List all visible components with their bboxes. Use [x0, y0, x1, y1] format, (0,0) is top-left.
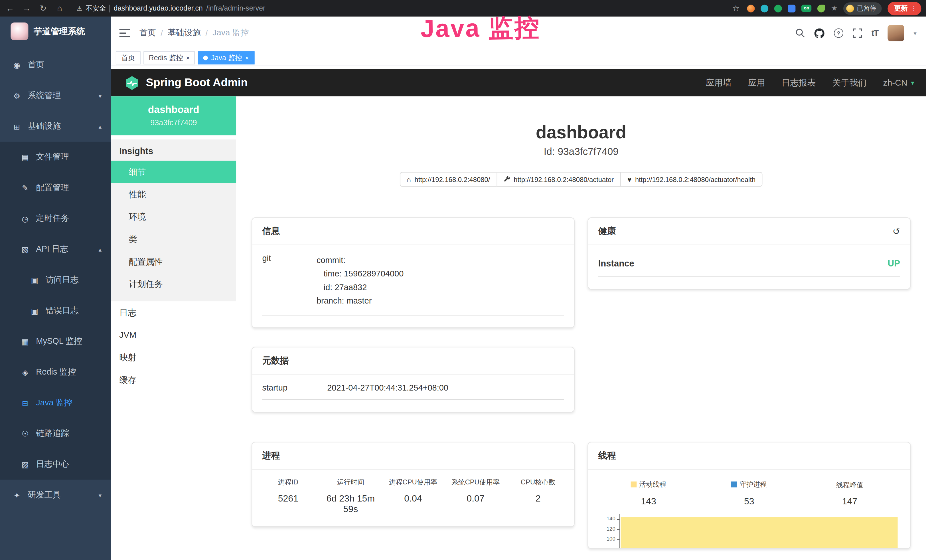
extension-leaf-icon[interactable]: [817, 5, 825, 12]
breadcrumb-section[interactable]: 基础设施: [168, 28, 201, 38]
wrench-icon: [504, 176, 510, 183]
sba-item-logs[interactable]: 日志: [111, 301, 236, 324]
sidebar-item-log-center[interactable]: ▨ 日志中心: [0, 449, 111, 480]
address-divider: [109, 5, 110, 12]
card-title: 信息: [262, 226, 280, 237]
search-icon[interactable]: [795, 28, 805, 38]
legend-value: 143: [598, 496, 699, 507]
tab-redis-monitor[interactable]: Redis 监控 ×: [144, 51, 195, 65]
sba-nav-wallboard[interactable]: 应用墙: [705, 77, 731, 88]
forward-icon[interactable]: →: [21, 4, 32, 12]
sidebar-item-system[interactable]: ⚙ 系统管理 ▾: [0, 80, 111, 111]
tab-close-icon[interactable]: ×: [186, 55, 190, 61]
extension-green-icon[interactable]: [774, 5, 782, 12]
url-path: /infra/admin-server: [206, 4, 265, 12]
sidebar-item-tracing[interactable]: ☉ 链路追踪: [0, 418, 111, 449]
fullscreen-icon[interactable]: [853, 28, 862, 38]
annotation-text: Java 监控: [421, 11, 541, 45]
sidebar-item-infra[interactable]: ⊞ 基础设施 ▴: [0, 111, 111, 142]
log-center-icon: ▨: [20, 460, 30, 469]
sidebar-item-label: 文件管理: [36, 152, 69, 162]
card-header: 健康 ↺: [589, 218, 910, 245]
sidebar-item-dev-tools[interactable]: ✦ 研发工具 ▾: [0, 480, 111, 510]
sidebar-item-file-management[interactable]: ▤ 文件管理: [0, 142, 111, 173]
extension-star-icon[interactable]: ★: [831, 5, 837, 12]
avatar-chevron-down-icon[interactable]: ▾: [914, 30, 916, 36]
breadcrumb-home[interactable]: 首页: [139, 28, 156, 38]
sidebar-item-api-logs[interactable]: ▧ API 日志 ▴: [0, 234, 111, 265]
peak-threads-col: 线程峰值 147: [799, 479, 900, 507]
github-icon[interactable]: [814, 28, 824, 38]
sba-brand-name: Spring Boot Admin: [146, 76, 248, 89]
insights-group-label: Insights: [111, 139, 236, 161]
redis-icon: ◈: [20, 368, 30, 377]
tab-label: 首页: [121, 53, 135, 63]
sba-nav-applications[interactable]: 应用: [748, 77, 765, 88]
browser-home-icon[interactable]: ⌂: [54, 4, 65, 12]
reload-icon[interactable]: ↻: [38, 4, 48, 12]
paused-label: 已暂停: [857, 4, 876, 12]
address-bar[interactable]: ⚠ 不安全 dashboard.yudao.iocoder.cn/infra/a…: [77, 4, 265, 12]
extension-on-badge[interactable]: on: [801, 5, 812, 12]
sidebar-item-label: 系统管理: [28, 91, 61, 101]
breadcrumb-current: Java 监控: [212, 28, 249, 38]
sba-item-scheduled-tasks[interactable]: 计划任务: [111, 273, 236, 295]
tab-close-icon[interactable]: ×: [245, 55, 249, 61]
eye-icon: ☉: [20, 429, 30, 438]
extension-fox-icon[interactable]: [747, 5, 755, 12]
sidebar-item-redis-monitor[interactable]: ◈ Redis 监控: [0, 357, 111, 388]
sba-nav-journal[interactable]: 日志报表: [781, 77, 816, 88]
sidebar-item-mysql-monitor[interactable]: ▦ MySQL 监控: [0, 326, 111, 357]
tab-label: Redis 监控: [149, 53, 183, 63]
sba-nav-about[interactable]: 关于我们: [832, 77, 867, 88]
sba-item-jvm[interactable]: JVM: [111, 324, 236, 346]
card-title: 元数据: [262, 355, 289, 366]
col-value: 0.07: [444, 493, 507, 504]
sba-item-environment[interactable]: 环境: [111, 206, 236, 228]
font-size-icon[interactable]: tT: [872, 28, 878, 38]
help-icon[interactable]: ?: [834, 28, 843, 38]
sidebar-item-label: 配置管理: [36, 183, 69, 193]
bookmark-star-icon[interactable]: ☆: [731, 4, 741, 12]
sba-brand[interactable]: Spring Boot Admin: [124, 75, 248, 91]
hamburger-icon[interactable]: [119, 27, 131, 39]
heart-icon: ♥: [627, 176, 632, 183]
app-logo[interactable]: 芋道管理系统: [0, 17, 111, 46]
sba-item-performance[interactable]: 性能: [111, 183, 236, 206]
status-badge: UP: [888, 258, 900, 268]
sidebar-item-label: API 日志: [36, 244, 68, 254]
sidebar-item-error-logs[interactable]: ▣ 错误日志: [0, 295, 111, 326]
health-link[interactable]: ♥ http://192.168.0.2:48080/actuator/heal…: [620, 172, 763, 187]
actuator-link[interactable]: http://192.168.0.2:48080/actuator: [496, 172, 621, 187]
extension-drop-icon[interactable]: [761, 5, 768, 12]
sidebar-item-label: Java 监控: [36, 398, 72, 408]
instance-home-link[interactable]: ⌂ http://192.168.0.2:48080/: [399, 172, 497, 187]
chevron-up-icon: ▴: [99, 246, 101, 253]
extension-grid-icon[interactable]: [788, 5, 796, 12]
page-title: dashboard: [236, 123, 926, 142]
sidebar-item-label: 研发工具: [28, 490, 61, 500]
profile-paused-badge[interactable]: 已暂停: [843, 2, 882, 14]
sidebar-item-access-logs[interactable]: ▣ 访问日志: [0, 265, 111, 295]
card-title: 健康: [598, 226, 616, 237]
tab-java-monitor[interactable]: Java 监控 ×: [198, 51, 254, 65]
sba-item-mappings[interactable]: 映射: [111, 346, 236, 369]
history-icon[interactable]: ↺: [893, 226, 900, 236]
sidebar-item-java-monitor[interactable]: ⊟ Java 监控: [0, 387, 111, 418]
back-icon[interactable]: ←: [5, 4, 15, 12]
sidebar-item-home[interactable]: ◉ 首页: [0, 50, 111, 80]
update-label: 更新: [894, 4, 908, 12]
sba-item-config-properties[interactable]: 配置属性: [111, 250, 236, 273]
sba-item-caches[interactable]: 缓存: [111, 369, 236, 391]
process-uptime-col: 运行时间 6d 23h 15m 59s: [319, 478, 382, 515]
url-domain: dashboard.yudao.iocoder.cn: [114, 4, 203, 12]
user-avatar[interactable]: [888, 25, 904, 41]
tab-home[interactable]: 首页: [116, 51, 141, 65]
sba-item-details[interactable]: 细节: [111, 160, 236, 183]
instance-header[interactable]: dashboard 93a3fc7f7409: [111, 97, 236, 136]
sba-locale-select[interactable]: zh-CN ▾: [883, 78, 914, 87]
sidebar-item-config-management[interactable]: ✎ 配置管理: [0, 173, 111, 203]
chrome-update-button[interactable]: 更新 ⋮: [888, 2, 921, 15]
sba-item-classes[interactable]: 类: [111, 228, 236, 250]
sidebar-item-scheduled-jobs[interactable]: ◷ 定时任务: [0, 203, 111, 234]
